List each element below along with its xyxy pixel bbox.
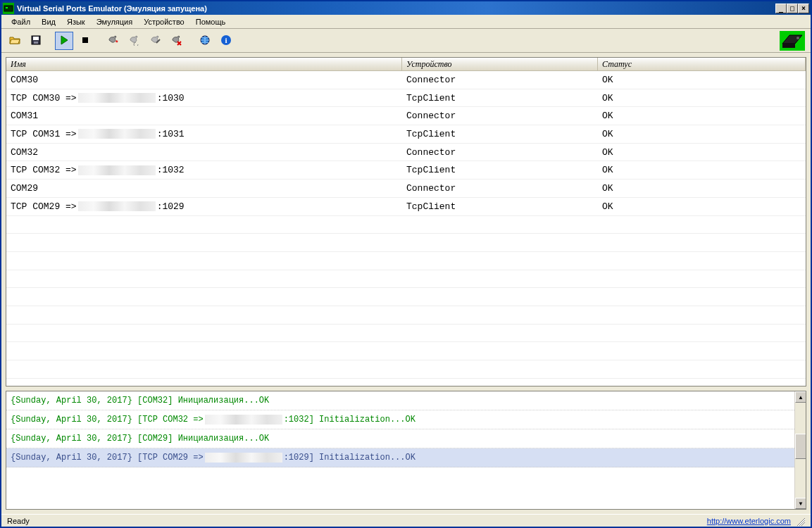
save-icon bbox=[30, 34, 42, 47]
menu-bar: Файл Вид Язык Эмуляция Устройство Помощь bbox=[1, 15, 811, 29]
svg-rect-1 bbox=[6, 7, 8, 8]
table-row-empty bbox=[6, 252, 806, 270]
table-body: COM30ConnectorOKTCP COM30 => :1030TcpCli… bbox=[6, 71, 806, 386]
cell-name: TCP COM31 => :1031 bbox=[6, 129, 402, 139]
table-row-empty bbox=[6, 360, 806, 379]
log-line[interactable]: {Sunday, April 30, 2017} [TCP COM29 => :… bbox=[6, 448, 794, 467]
redacted-host bbox=[78, 93, 156, 103]
cell-name: TCP COM32 => :1032 bbox=[6, 165, 402, 175]
cell-name: COM31 bbox=[6, 111, 402, 121]
add-device-button[interactable]: * bbox=[104, 32, 123, 50]
cell-status: OK bbox=[598, 129, 806, 139]
table-row[interactable]: COM30ConnectorOK bbox=[6, 71, 806, 89]
table-row-empty bbox=[6, 216, 806, 234]
scroll-thumb[interactable] bbox=[795, 434, 806, 459]
cell-device: TcpClient bbox=[402, 129, 598, 139]
status-bar: Ready http://www.eterlogic.com bbox=[1, 514, 811, 527]
log-line[interactable]: {Sunday, April 30, 2017} [COM32] Инициал… bbox=[6, 391, 794, 410]
svg-rect-5 bbox=[82, 37, 88, 43]
app-icon bbox=[3, 3, 14, 14]
cell-status: OK bbox=[598, 93, 806, 103]
svg-rect-0 bbox=[4, 6, 13, 11]
table-row[interactable]: COM31ConnectorOK bbox=[6, 107, 806, 125]
cell-status: OK bbox=[598, 147, 806, 158]
table-row[interactable]: TCP COM32 => :1032TcpClientOK bbox=[6, 161, 806, 180]
cell-name: TCP COM29 => :1029 bbox=[6, 201, 402, 212]
svg-text:*: * bbox=[115, 39, 118, 46]
svg-rect-10 bbox=[782, 44, 795, 48]
cell-device: Connector bbox=[402, 75, 598, 85]
table-row-empty bbox=[6, 288, 806, 306]
device-settings-button[interactable] bbox=[146, 32, 165, 50]
table-header: Имя Устройство Статус bbox=[6, 58, 806, 71]
save-button[interactable] bbox=[27, 32, 45, 50]
log-line[interactable]: {Sunday, April 30, 2017} [COM29] Инициал… bbox=[6, 429, 794, 448]
cell-name: TCP COM30 => :1030 bbox=[6, 93, 402, 103]
delete-device-button[interactable] bbox=[168, 32, 186, 50]
title-bar: Virtual Serial Ports Emulator (Эмуляция … bbox=[1, 1, 811, 15]
table-row[interactable]: COM32ConnectorOK bbox=[6, 144, 806, 162]
log-panel: {Sunday, April 30, 2017} [COM32] Инициал… bbox=[6, 391, 806, 510]
menu-language[interactable]: Язык bbox=[61, 16, 91, 27]
column-name[interactable]: Имя bbox=[6, 58, 402, 70]
menu-emulation[interactable]: Эмуляция bbox=[91, 16, 139, 27]
redacted-host bbox=[205, 453, 282, 463]
about-button[interactable]: i bbox=[217, 32, 235, 50]
cell-name: COM32 bbox=[6, 147, 402, 158]
content-area: Имя Устройство Статус COM30ConnectorOKTC… bbox=[1, 53, 811, 514]
minimize-button[interactable]: _ bbox=[775, 4, 787, 13]
redacted-host bbox=[205, 415, 282, 425]
menu-device[interactable]: Устройство bbox=[138, 16, 190, 27]
cell-device: TcpClient bbox=[402, 201, 598, 212]
stop-emulation-button[interactable] bbox=[76, 32, 94, 50]
status-device-icon bbox=[780, 31, 805, 51]
scroll-up-button[interactable]: ▲ bbox=[795, 391, 806, 403]
table-row[interactable]: COM29ConnectorOK bbox=[6, 180, 806, 198]
plug-add-icon: * bbox=[108, 34, 119, 47]
svg-point-11 bbox=[797, 37, 799, 39]
close-button[interactable]: × bbox=[798, 4, 809, 13]
maximize-button[interactable]: □ bbox=[787, 4, 798, 13]
column-status[interactable]: Статус bbox=[598, 58, 806, 70]
start-emulation-button[interactable] bbox=[55, 32, 73, 50]
open-button[interactable] bbox=[6, 32, 24, 50]
table-row[interactable]: TCP COM31 => :1031TcpClientOK bbox=[6, 125, 806, 144]
plug-refresh-icon bbox=[129, 34, 140, 47]
stop-icon bbox=[80, 34, 91, 47]
table-row[interactable]: TCP COM29 => :1029TcpClientOK bbox=[6, 198, 806, 216]
svg-text:i: i bbox=[225, 36, 227, 44]
scroll-down-button[interactable]: ▼ bbox=[795, 498, 806, 509]
redacted-host bbox=[78, 129, 156, 139]
log-line[interactable]: {Sunday, April 30, 2017} [TCP COM32 => :… bbox=[6, 410, 794, 429]
cell-device: Connector bbox=[402, 111, 598, 121]
table-row[interactable]: TCP COM30 => :1030TcpClientOK bbox=[6, 89, 806, 108]
status-text: Ready bbox=[7, 517, 30, 525]
cell-name: COM30 bbox=[6, 75, 402, 85]
web-button[interactable] bbox=[196, 32, 214, 50]
globe-icon bbox=[199, 34, 211, 47]
cell-device: TcpClient bbox=[402, 165, 598, 175]
cell-status: OK bbox=[598, 75, 806, 85]
reinit-device-button[interactable] bbox=[125, 32, 144, 50]
menu-view[interactable]: Вид bbox=[36, 16, 61, 27]
plug-delete-icon bbox=[171, 34, 182, 47]
play-icon bbox=[58, 34, 70, 47]
svg-rect-4 bbox=[34, 42, 38, 44]
window-title: Virtual Serial Ports Emulator (Эмуляция … bbox=[17, 4, 775, 13]
table-row-empty bbox=[6, 270, 806, 289]
table-row-empty bbox=[6, 234, 806, 252]
svg-rect-3 bbox=[33, 37, 39, 40]
redacted-host bbox=[78, 201, 156, 211]
resize-grip[interactable] bbox=[795, 516, 805, 526]
cell-device: Connector bbox=[402, 147, 598, 158]
plug-settings-icon bbox=[150, 34, 161, 47]
folder-open-icon bbox=[9, 34, 20, 47]
log-scrollbar[interactable]: ▲ ▼ bbox=[794, 391, 806, 509]
table-row-empty bbox=[6, 306, 806, 325]
column-device[interactable]: Устройство bbox=[402, 58, 598, 70]
status-link[interactable]: http://www.eterlogic.com bbox=[707, 517, 791, 525]
menu-help[interactable]: Помощь bbox=[190, 16, 232, 27]
menu-file[interactable]: Файл bbox=[6, 16, 36, 27]
cell-status: OK bbox=[598, 111, 806, 121]
redacted-host bbox=[78, 165, 156, 175]
